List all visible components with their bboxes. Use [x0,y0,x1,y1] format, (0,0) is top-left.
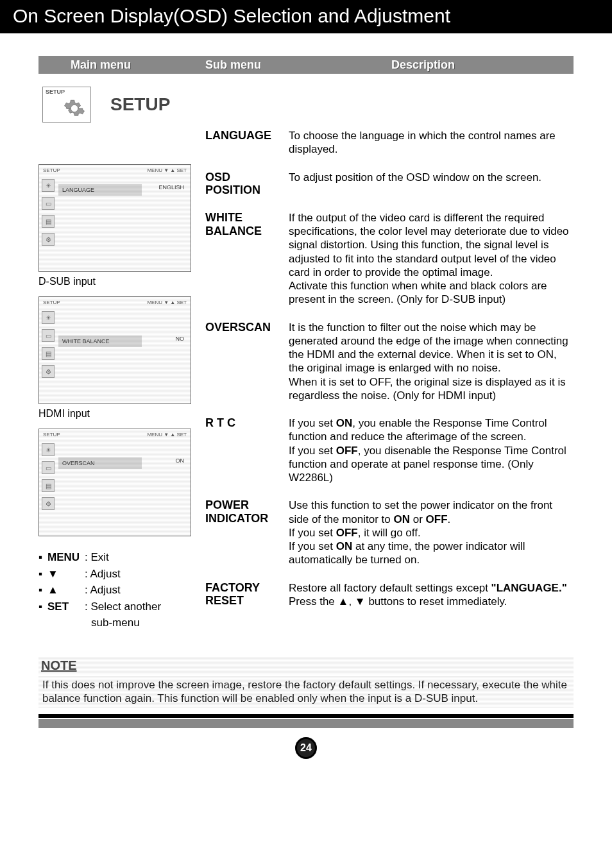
aspect-icon: ▭ [42,461,55,474]
submenu-overscan: OVERSCAN [205,321,289,403]
color-icon: ▤ [42,347,55,360]
caption-dsub: D-SUB input [38,276,205,287]
aspect-icon: ▭ [42,329,55,342]
osd-panel-title: SETUP [43,432,60,438]
osd-panel-hint: MENU ▼ ▲ SET [147,167,187,173]
column-header-bar: Main menu Sub menu Description [38,56,574,74]
legend-val: : Exit [85,549,109,566]
caption-hdmi: HDMI input [38,408,205,420]
desc-osd-position: To adjust position of the OSD window on … [289,171,574,197]
header-description: Description [353,58,574,72]
submenu-rtc: R T C [205,416,289,484]
osd-panel-hdmi: SETUPMENU ▼ ▲ SET ☀ ▭ ▤ ⚙ OVERSCAN ON [38,429,191,536]
setup-thumbnail-label: SETUP [46,89,65,95]
brightness-icon: ☀ [42,311,55,324]
footer-divider [38,714,574,728]
osd-selected-row: WHITE BALANCE [58,336,142,347]
legend-key-up: ▲ [47,582,85,599]
desc-overscan: It is the function to filter out the noi… [289,321,574,403]
color-icon: ▤ [42,479,55,492]
osd-panel-hint: MENU ▼ ▲ SET [147,432,187,438]
note-title: NOTE [38,657,574,674]
submenu-factory-reset: FACTORYRESET [205,581,289,609]
osd-selected-row: OVERSCAN [58,457,142,469]
control-legend: ▪MENU: Exit ▪▼: Adjust ▪▲: Adjust ▪SET: … [38,549,205,631]
submenu-white-balance: WHITEBALANCE [205,211,289,307]
osd-panel-dsub: SETUPMENU ▼ ▲ SET ☀ ▭ ▤ ⚙ WHITE BALANCE … [38,296,191,404]
legend-val: : Select another [85,599,161,615]
legend-val: : Adjust [85,566,121,583]
desc-language: To choose the language in which the cont… [289,129,574,157]
gear-small-icon: ⚙ [42,365,55,378]
header-main-menu: Main menu [38,58,205,72]
desc-factory-reset: Restore all factory default settings exc… [289,581,574,609]
note-box: NOTE If this does not improve the screen… [38,657,574,708]
note-body: If this does not improve the screen imag… [38,676,574,708]
aspect-icon: ▭ [42,197,55,210]
osd-selected-value: ON [176,457,185,464]
osd-selected-row: LANGUAGE [58,184,142,196]
osd-selected-value: ENGLISH [158,184,184,191]
legend-key-set: SET [47,599,85,615]
osd-panel-title: SETUP [43,167,60,173]
osd-selected-value: NO [176,336,185,342]
setup-heading: SETUP [110,94,170,115]
gear-small-icon: ⚙ [42,233,55,246]
desc-power-indicator: Use this function to set the power indic… [289,498,574,566]
osd-panel-default: SETUPMENU ▼ ▲ SET ☀ ▭ ▤ ⚙ LANGUAGE ENGLI… [38,164,191,272]
color-icon: ▤ [42,215,55,228]
osd-panel-title: SETUP [43,300,60,305]
legend-val: : Adjust [85,582,121,599]
brightness-icon: ☀ [42,179,55,192]
desc-white-balance: If the output of the video card is diffe… [289,211,574,307]
setup-thumbnail-icon: SETUP [42,87,91,123]
gear-small-icon: ⚙ [42,497,55,510]
legend-val: sub-menu [85,615,140,631]
page-title: On Screen Display(OSD) Selection and Adj… [0,0,612,33]
legend-key-down: ▼ [47,566,85,583]
submenu-language: LANGUAGE [205,129,289,157]
submenu-osd-position: OSDPOSITION [205,171,289,197]
brightness-icon: ☀ [42,443,55,456]
desc-rtc: If you set ON, you enable the Response T… [289,416,574,484]
header-sub-menu: Sub menu [205,58,353,72]
legend-key-menu: MENU [47,549,85,566]
osd-panel-hint: MENU ▼ ▲ SET [147,300,187,305]
gear-icon [64,98,85,119]
page-number-badge: 24 [295,737,317,759]
submenu-power-indicator: POWERINDICATOR [205,498,289,566]
